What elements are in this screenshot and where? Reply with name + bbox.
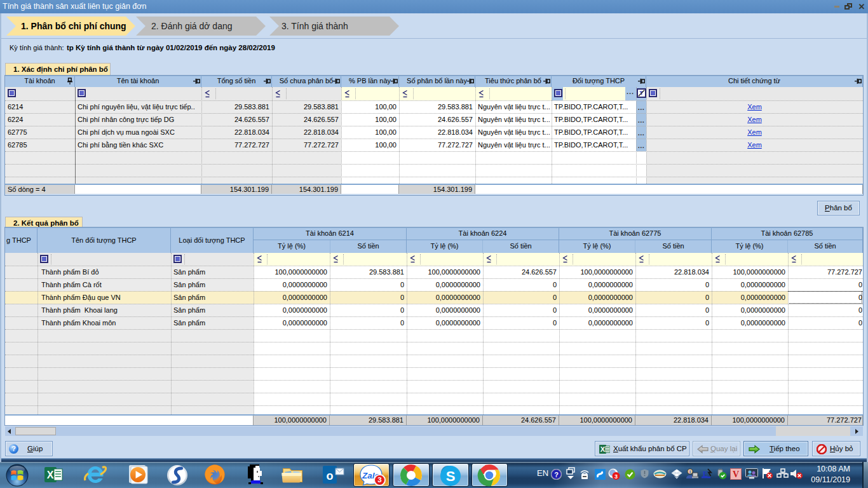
svg-text:X: X (47, 470, 54, 480)
svg-text:o: o (327, 470, 334, 482)
svg-text:S: S (446, 468, 456, 484)
svg-text:3: 3 (614, 473, 618, 480)
svg-text:i: i (689, 470, 691, 474)
svg-text:X: X (600, 445, 606, 453)
svg-text:E: E (703, 469, 709, 478)
svg-text:?: ? (554, 471, 559, 478)
svg-text:V: V (733, 470, 739, 479)
